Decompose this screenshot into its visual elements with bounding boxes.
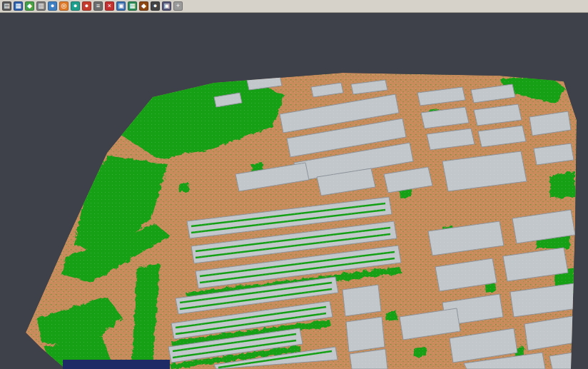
camera-icon[interactable]: ▣ xyxy=(162,1,171,11)
subsample-icon[interactable]: ● xyxy=(48,1,57,11)
bottom-panel-fragment xyxy=(63,360,170,369)
grid-icon[interactable]: ▦ xyxy=(128,1,137,11)
sphere-tool-icon[interactable]: ● xyxy=(71,1,80,11)
open-icon[interactable]: ▤ xyxy=(2,1,11,11)
viewport-3d[interactable] xyxy=(0,13,588,369)
classify-icon[interactable]: ● xyxy=(82,1,91,11)
merge-icon[interactable]: ▥ xyxy=(36,1,46,11)
globe-icon[interactable]: ● xyxy=(151,1,160,11)
pointcloud-svg xyxy=(0,13,588,369)
help-icon[interactable]: + xyxy=(173,1,183,11)
toolbar: ▤▦◆▥●◎●●≡×▣▦◆●▣+ xyxy=(0,0,588,13)
settings-icon[interactable]: ≡ xyxy=(93,1,103,11)
app-window: ▤▦◆▥●◎●●≡×▣▦◆●▣+ xyxy=(0,0,588,369)
clone-icon[interactable]: ◆ xyxy=(25,1,34,11)
measure-icon[interactable]: ◆ xyxy=(139,1,148,11)
delete-icon[interactable]: × xyxy=(105,1,114,11)
zoom-fit-icon[interactable]: ▣ xyxy=(116,1,126,11)
save-icon[interactable]: ▦ xyxy=(14,1,23,11)
segment-icon[interactable]: ◎ xyxy=(59,1,69,11)
